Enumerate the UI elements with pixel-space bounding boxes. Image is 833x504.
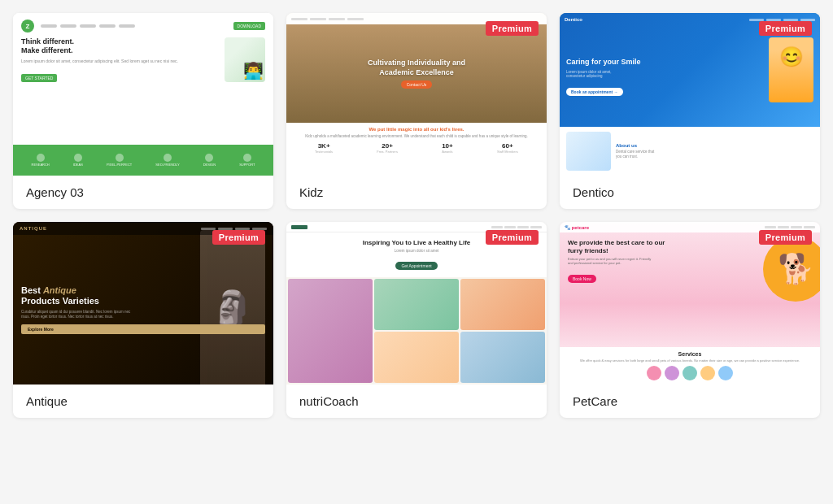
nutri-img-3 [460, 279, 545, 330]
petcare-svc-5 [718, 366, 733, 380]
nutri-img-5 [460, 332, 545, 383]
kidz-stat-2: 20+ [377, 142, 398, 150]
dentico-hero-btn: Book an appointment → [566, 88, 623, 96]
dentico-bottom-section: About us Dental care service thatyou can… [560, 127, 820, 176]
kidz-stat-3: 10+ [442, 142, 453, 150]
thumbnail-kidz: Premium Cultivating Individuality andAca… [286, 13, 547, 176]
dentico-hero-title: Caring for your Smile [566, 58, 769, 67]
kidz-hero-btn: Contact Us [401, 80, 433, 89]
thumbnail-antique: Premium ANTIQUE Best AntiqueProducts Var… [13, 222, 273, 385]
dentico-person-image [769, 37, 813, 102]
nutri-hero-body: Lorem ipsum dolor sit amet [293, 249, 540, 253]
agency03-hero-body: Lorem ipsum dolor sit amet, consectetur … [21, 59, 220, 64]
agency03-hero-btn: GET STARTED [21, 74, 57, 82]
card-kidz[interactable]: Premium Cultivating Individuality andAca… [286, 13, 547, 209]
nutri-image-grid [286, 277, 547, 385]
agency03-hero-title: Think different.Make different. [21, 37, 220, 55]
card-antique[interactable]: Premium ANTIQUE Best AntiqueProducts Var… [13, 222, 273, 418]
antique-hero-btn: Explore More [21, 324, 265, 334]
thumbnail-dentico: Premium Dentico Caring for your Smile Lo… [560, 13, 820, 176]
card-petcare[interactable]: Premium 🐾 petcare We provide the best ca… [560, 222, 820, 418]
nutri-img-1 [288, 279, 373, 383]
petcare-svc-1 [647, 366, 661, 380]
badge-premium-dentico: Premium [759, 21, 812, 36]
dentico-about-body: Dental care service thatyou can trust. [616, 150, 654, 160]
badge-premium-antique: Premium [212, 230, 265, 245]
card-nutricoach-label: nutriCoach [286, 385, 547, 418]
thumbnail-agency03: Z DOWNLOAD Think different.Make differen… [13, 13, 273, 176]
petcare-services-section: Services We offer quick & easy services … [560, 347, 820, 385]
petcare-hero-btn: Book Now [568, 275, 596, 283]
thumbnail-nutricoach: Premium Inspiring You to Live a Healthy … [286, 222, 547, 385]
card-kidz-label: Kidz [286, 176, 547, 209]
badge-premium-nutricoach: Premium [486, 230, 539, 245]
card-antique-label: Antique [13, 385, 273, 418]
antique-hero-title: Best AntiqueProducts Varieties [21, 285, 265, 306]
antique-hero-body: Curabitur aliquet quam id dui posuere bl… [21, 310, 135, 320]
petcare-services-body: We offer quick & easy services for both … [566, 358, 813, 363]
agency03-hero-image [225, 37, 265, 82]
card-nutricoach[interactable]: Premium Inspiring You to Live a Healthy … [286, 222, 547, 418]
dentico-logo: Dentico [565, 17, 582, 22]
dentico-about-title: About us [616, 143, 654, 148]
agency03-download-btn: DOWNLOAD [233, 22, 265, 30]
agency03-features-bar: RESEARCH IDEAS PIXEL-PERFECT SEO-FRIENDL… [13, 145, 273, 176]
petcare-pet-image: 🐕 [763, 237, 820, 302]
dentico-hero-body: Lorem ipsum dolor sit amet,consectetur a… [566, 70, 769, 78]
badge-premium-kidz: Premium [486, 21, 539, 36]
petcare-hero-body: Entrust your pet to us and you will neve… [568, 257, 657, 265]
kidz-sub-body: Kidz upholds a multifaceted academic lea… [293, 134, 540, 139]
kidz-stat-1: 3K+ [315, 142, 333, 150]
kidz-stat-4: 60+ [497, 142, 518, 150]
nutri-logo [291, 225, 307, 229]
petcare-services-title: Services [566, 351, 813, 357]
nutri-hero-btn: Get Appointment [395, 262, 437, 270]
card-dentico-label: Dentico [560, 176, 820, 209]
dentico-service-image [566, 132, 611, 171]
petcare-logo: 🐾 petcare [565, 224, 589, 230]
nutri-img-4 [374, 332, 459, 383]
petcare-svc-3 [683, 366, 697, 380]
template-grid: Z DOWNLOAD Think different.Make differen… [13, 13, 820, 418]
kidz-sub-title: We put little magic into all our kid's l… [293, 127, 540, 132]
petcare-service-icons [566, 366, 813, 380]
kidz-hero-title: Cultivating Individuality andAcademic Ex… [360, 59, 473, 77]
card-petcare-label: PetCare [560, 385, 820, 418]
petcare-hero-title: We provide the best care to our furry fr… [568, 239, 665, 254]
petcare-hero-section: We provide the best care to our furry fr… [560, 232, 820, 347]
badge-premium-petcare: Premium [759, 230, 812, 245]
nutri-img-2 [374, 279, 459, 330]
agency03-logo: Z [21, 20, 34, 33]
thumbnail-petcare: Premium 🐾 petcare We provide the best ca… [560, 222, 820, 385]
antique-logo: ANTIQUE [20, 226, 47, 231]
petcare-svc-4 [700, 366, 715, 380]
card-agency03[interactable]: Z DOWNLOAD Think different.Make differen… [13, 13, 273, 209]
petcare-svc-2 [665, 366, 679, 380]
card-dentico[interactable]: Premium Dentico Caring for your Smile Lo… [560, 13, 820, 209]
card-agency03-label: Agency 03 [13, 176, 273, 209]
